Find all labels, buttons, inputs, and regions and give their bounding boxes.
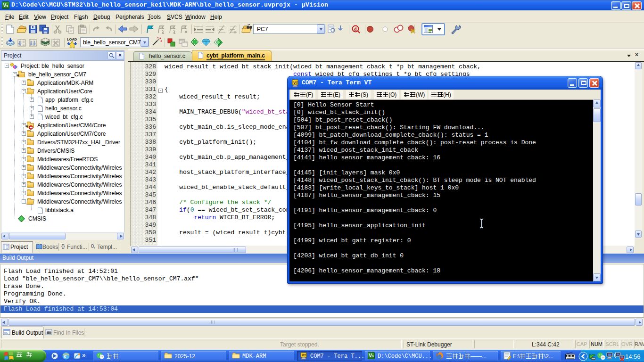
svg-text:VT: VT: [302, 354, 306, 357]
svg-text:d: d: [354, 26, 357, 32]
svg-text:VT: VT: [293, 81, 298, 85]
svg-text:e: e: [64, 353, 67, 359]
